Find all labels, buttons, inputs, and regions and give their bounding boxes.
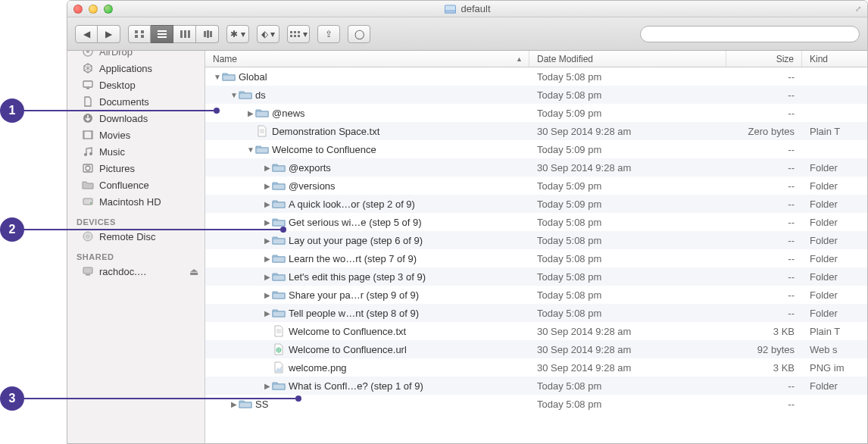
svg-rect-5 xyxy=(141,35,144,38)
cell-name: ▶@news xyxy=(205,107,529,119)
col-kind[interactable]: Kind xyxy=(802,51,867,67)
coverflow-view-button[interactable] xyxy=(196,25,219,43)
disclosure-triangle[interactable]: ▶ xyxy=(263,182,272,190)
disclosure-triangle[interactable]: ▶ xyxy=(263,255,272,263)
col-size[interactable]: Size xyxy=(726,51,802,67)
cell-kind: Folder xyxy=(802,380,867,392)
tags-button[interactable]: ◯ xyxy=(348,25,370,43)
file-row[interactable]: Welcome to Confluence.txt30 Sep 2014 9:2… xyxy=(205,322,867,340)
folder-row[interactable]: ▶Share your pa…r (step 9 of 9)Today 5:08… xyxy=(205,286,867,304)
minimize-icon[interactable] xyxy=(89,5,98,14)
folder-icon xyxy=(81,179,95,191)
folder-row[interactable]: ▶@versionsToday 5:09 pm--Folder xyxy=(205,177,867,195)
zoom-icon[interactable] xyxy=(104,5,113,14)
cell-size: -- xyxy=(726,235,802,246)
disclosure-triangle[interactable]: ▶ xyxy=(263,200,272,208)
disclosure-triangle[interactable]: ▼ xyxy=(213,73,222,81)
col-date[interactable]: Date Modified xyxy=(529,51,726,67)
movies-icon xyxy=(81,129,95,141)
cell-kind: Folder xyxy=(802,289,867,301)
folder-row[interactable]: ▶@exports30 Sep 2014 9:28 am--Folder xyxy=(205,158,867,177)
disclosure-triangle[interactable]: ▼ xyxy=(246,145,255,154)
close-icon[interactable] xyxy=(73,5,83,14)
title-text: default xyxy=(461,3,490,14)
file-row[interactable]: welcome.png30 Sep 2014 9:28 am3 KBPNG im xyxy=(205,358,867,377)
folder-row[interactable]: ▼GlobalToday 5:08 pm-- xyxy=(205,67,867,86)
tag-icon: ◯ xyxy=(354,29,364,39)
svg-rect-10 xyxy=(184,30,186,38)
callout-2: 2 xyxy=(0,217,286,242)
folder-icon xyxy=(272,161,286,174)
folder-row[interactable]: ▼dsToday 5:08 pm-- xyxy=(205,86,867,104)
sidebar-item-macintosh-hd[interactable]: Macintosh HD xyxy=(67,193,205,210)
sidebar-item-shared[interactable]: rachdoc.…⏏ xyxy=(67,263,205,280)
folder-row[interactable]: ▶Tell people w…nt (step 8 of 9)Today 5:0… xyxy=(205,304,867,322)
cell-name: ▶@exports xyxy=(205,161,529,174)
share-button[interactable]: ⇪ xyxy=(317,25,340,43)
folder-row[interactable]: ▼Welcome to ConfluenceToday 5:09 pm-- xyxy=(205,140,867,158)
folder-row[interactable]: ▶A quick look…or (step 2 of 9)Today 5:09… xyxy=(205,195,867,213)
disclosure-triangle[interactable]: ▶ xyxy=(263,273,272,281)
sidebar-item-music[interactable]: Music xyxy=(67,143,205,160)
folder-icon xyxy=(272,180,286,192)
file-name: Welcome to Confluence xyxy=(272,144,376,155)
disclosure-triangle[interactable]: ▼ xyxy=(229,91,239,99)
arrange-button[interactable]: ▾ xyxy=(287,25,310,43)
folder-icon xyxy=(222,70,236,83)
folder-row[interactable]: ▶Lay out your page (step 6 of 9)Today 5:… xyxy=(205,231,867,249)
back-button[interactable]: ◀ xyxy=(75,25,98,43)
disclosure-triangle[interactable]: ▶ xyxy=(263,291,272,299)
cell-size: -- xyxy=(726,144,802,155)
icon-view-button[interactable] xyxy=(128,25,151,43)
cell-name: Welcome to Confluence.url xyxy=(205,343,529,355)
col-name[interactable]: Name ▲ xyxy=(205,51,529,67)
cell-kind: Plain T xyxy=(802,126,867,137)
file-name: Demonstration Space.txt xyxy=(272,126,379,137)
folder-row[interactable]: ▶Learn the wo…rt (step 7 of 9)Today 5:08… xyxy=(205,249,867,267)
cell-name: ▶Learn the wo…rt (step 7 of 9) xyxy=(205,252,529,264)
cell-size: -- xyxy=(726,289,802,301)
forward-button[interactable]: ▶ xyxy=(98,25,120,43)
dropbox-button[interactable]: ⬖ ▾ xyxy=(257,25,279,43)
svg-rect-27 xyxy=(83,131,85,139)
svg-rect-39 xyxy=(223,75,235,80)
list-view-button[interactable] xyxy=(151,25,173,43)
folder-row[interactable]: ▶Get serious wi…e (step 5 of 9)Today 5:0… xyxy=(205,213,867,231)
cell-date: Today 5:09 pm xyxy=(529,180,726,192)
svg-rect-14 xyxy=(210,31,212,37)
file-row[interactable]: Welcome to Confluence.url30 Sep 2014 9:2… xyxy=(205,340,867,358)
folder-row[interactable]: ▶SSToday 5:08 pm-- xyxy=(205,395,867,413)
file-name: Learn the wo…rt (step 7 of 9) xyxy=(289,253,417,264)
column-view-button[interactable] xyxy=(173,25,196,43)
eject-icon[interactable]: ⏏ xyxy=(189,266,198,277)
disclosure-triangle[interactable]: ▶ xyxy=(263,309,272,317)
sidebar-item-desktop[interactable]: Desktop xyxy=(67,77,205,93)
disclosure-triangle[interactable]: ▶ xyxy=(263,164,272,172)
svg-rect-13 xyxy=(207,30,209,38)
sidebar-item-confluence[interactable]: Confluence xyxy=(67,177,205,193)
folder-row[interactable]: ▶@newsToday 5:09 pm-- xyxy=(205,104,867,122)
fullscreen-icon[interactable]: ⤢ xyxy=(855,5,861,13)
folder-row[interactable]: ▶Let's edit this page (step 3 of 9)Today… xyxy=(205,267,867,286)
folder-row[interactable]: ▶What is Confl…e? (step 1 of 9)Today 5:0… xyxy=(205,377,867,395)
file-row[interactable]: Demonstration Space.txt30 Sep 2014 9:28 … xyxy=(205,122,867,140)
callout-dot xyxy=(280,227,286,233)
file-name: A quick look…or (step 2 of 9) xyxy=(289,199,415,210)
cell-size: Zero bytes xyxy=(726,126,802,137)
svg-point-29 xyxy=(84,153,87,156)
sidebar-item-applications[interactable]: Applications xyxy=(67,60,205,77)
cell-date: Today 5:08 pm xyxy=(529,253,726,264)
folder-icon xyxy=(272,270,286,283)
file-name: Share your pa…r (step 9 of 9) xyxy=(289,289,419,301)
action-button[interactable]: ✱ ▾ xyxy=(226,25,249,43)
sidebar-item-pictures[interactable]: Pictures xyxy=(67,160,205,177)
sidebar-item-movies[interactable]: Movies xyxy=(67,127,205,143)
cell-date: Today 5:08 pm xyxy=(529,308,726,319)
search-input[interactable] xyxy=(640,26,860,42)
cell-name: ▶Tell people w…nt (step 8 of 9) xyxy=(205,307,529,319)
col-date-label: Date Modified xyxy=(537,54,593,64)
disclosure-triangle[interactable]: ▶ xyxy=(246,109,255,117)
file-name: Let's edit this page (step 3 of 9) xyxy=(289,271,426,283)
sidebar-item-airdrop[interactable]: AirDrop xyxy=(67,51,205,60)
svg-rect-23 xyxy=(83,81,92,87)
